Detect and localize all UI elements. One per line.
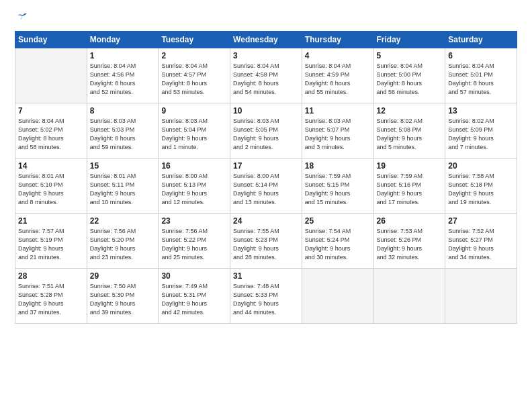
calendar-cell: 3Sunrise: 8:04 AMSunset: 4:58 PMDaylight…: [230, 48, 302, 103]
day-info: Sunrise: 8:03 AMSunset: 5:03 PMDaylight:…: [90, 117, 156, 152]
day-number: 31: [233, 271, 299, 281]
calendar-cell: 27Sunrise: 7:52 AMSunset: 5:27 PMDayligh…: [445, 214, 517, 269]
day-number: 12: [377, 106, 443, 116]
header: [15, 12, 517, 24]
day-info: Sunrise: 8:02 AMSunset: 5:08 PMDaylight:…: [377, 117, 443, 152]
calendar-cell: 7Sunrise: 8:04 AMSunset: 5:02 PMDaylight…: [15, 103, 87, 158]
day-number: 15: [90, 161, 156, 171]
day-info: Sunrise: 7:51 AMSunset: 5:28 PMDaylight:…: [18, 282, 84, 317]
day-number: 13: [448, 106, 514, 116]
day-info: Sunrise: 8:04 AMSunset: 5:02 PMDaylight:…: [18, 117, 84, 152]
calendar-cell: 16Sunrise: 8:00 AMSunset: 5:13 PMDayligh…: [159, 158, 230, 214]
calendar-cell: 22Sunrise: 7:56 AMSunset: 5:20 PMDayligh…: [87, 214, 159, 269]
calendar-cell: 4Sunrise: 8:04 AMSunset: 4:59 PMDaylight…: [302, 48, 373, 103]
calendar-cell: [302, 269, 373, 324]
weekday-header-row: SundayMondayTuesdayWednesdayThursdayFrid…: [15, 32, 517, 48]
day-number: 25: [305, 216, 371, 226]
calendar-cell: 21Sunrise: 7:57 AMSunset: 5:19 PMDayligh…: [15, 214, 87, 269]
day-info: Sunrise: 7:54 AMSunset: 5:24 PMDaylight:…: [305, 227, 371, 262]
day-info: Sunrise: 8:04 AMSunset: 4:58 PMDaylight:…: [233, 62, 299, 97]
calendar-cell: 8Sunrise: 8:03 AMSunset: 5:03 PMDaylight…: [87, 103, 159, 158]
day-info: Sunrise: 7:48 AMSunset: 5:33 PMDaylight:…: [233, 282, 299, 317]
day-number: 7: [18, 106, 84, 116]
day-number: 30: [161, 271, 227, 281]
day-number: 20: [448, 161, 514, 171]
calendar-cell: [445, 269, 517, 324]
logo: [15, 12, 28, 24]
day-info: Sunrise: 7:53 AMSunset: 5:26 PMDaylight:…: [377, 227, 443, 262]
logo-bird-icon: [16, 12, 28, 24]
day-info: Sunrise: 7:58 AMSunset: 5:18 PMDaylight:…: [448, 172, 514, 207]
calendar-cell: 24Sunrise: 7:55 AMSunset: 5:23 PMDayligh…: [230, 214, 302, 269]
day-info: Sunrise: 8:00 AMSunset: 5:14 PMDaylight:…: [233, 172, 299, 207]
day-number: 17: [233, 161, 299, 171]
day-number: 4: [305, 51, 371, 60]
calendar-cell: 13Sunrise: 8:02 AMSunset: 5:09 PMDayligh…: [445, 103, 517, 158]
weekday-header-saturday: Saturday: [445, 32, 517, 48]
calendar-cell: 11Sunrise: 8:03 AMSunset: 5:07 PMDayligh…: [302, 103, 373, 158]
day-number: 24: [233, 216, 299, 226]
day-info: Sunrise: 8:04 AMSunset: 5:00 PMDaylight:…: [377, 62, 443, 97]
day-info: Sunrise: 8:04 AMSunset: 4:59 PMDaylight:…: [305, 62, 371, 97]
calendar-cell: 5Sunrise: 8:04 AMSunset: 5:00 PMDaylight…: [373, 48, 445, 103]
day-info: Sunrise: 8:04 AMSunset: 5:01 PMDaylight:…: [448, 62, 514, 97]
day-number: 27: [448, 216, 514, 226]
day-number: 3: [233, 51, 299, 60]
calendar-cell: [15, 48, 87, 103]
page: SundayMondayTuesdayWednesdayThursdayFrid…: [0, 0, 532, 411]
day-number: 11: [305, 106, 371, 116]
calendar-cell: 10Sunrise: 8:03 AMSunset: 5:05 PMDayligh…: [230, 103, 302, 158]
day-number: 19: [377, 161, 443, 171]
calendar-cell: 31Sunrise: 7:48 AMSunset: 5:33 PMDayligh…: [230, 269, 302, 324]
week-row-5: 28Sunrise: 7:51 AMSunset: 5:28 PMDayligh…: [15, 269, 517, 324]
day-info: Sunrise: 7:59 AMSunset: 5:15 PMDaylight:…: [305, 172, 371, 207]
calendar-cell: [373, 269, 445, 324]
day-info: Sunrise: 8:03 AMSunset: 5:04 PMDaylight:…: [161, 117, 227, 152]
day-info: Sunrise: 8:04 AMSunset: 4:56 PMDaylight:…: [90, 62, 156, 97]
day-number: 18: [305, 161, 371, 171]
weekday-header-sunday: Sunday: [15, 32, 87, 48]
day-number: 22: [90, 216, 156, 226]
day-info: Sunrise: 7:56 AMSunset: 5:22 PMDaylight:…: [161, 227, 227, 262]
week-row-4: 21Sunrise: 7:57 AMSunset: 5:19 PMDayligh…: [15, 214, 517, 269]
weekday-header-thursday: Thursday: [302, 32, 373, 48]
calendar-cell: 19Sunrise: 7:59 AMSunset: 5:16 PMDayligh…: [373, 158, 445, 214]
day-number: 10: [233, 106, 299, 116]
calendar-cell: 26Sunrise: 7:53 AMSunset: 5:26 PMDayligh…: [373, 214, 445, 269]
day-number: 1: [90, 51, 156, 60]
week-row-1: 1Sunrise: 8:04 AMSunset: 4:56 PMDaylight…: [15, 48, 517, 103]
day-info: Sunrise: 7:56 AMSunset: 5:20 PMDaylight:…: [90, 227, 156, 262]
day-number: 8: [90, 106, 156, 116]
calendar-cell: 14Sunrise: 8:01 AMSunset: 5:10 PMDayligh…: [15, 158, 87, 214]
calendar-cell: 30Sunrise: 7:49 AMSunset: 5:31 PMDayligh…: [159, 269, 230, 324]
day-info: Sunrise: 8:00 AMSunset: 5:13 PMDaylight:…: [161, 172, 227, 207]
weekday-header-tuesday: Tuesday: [159, 32, 230, 48]
weekday-header-friday: Friday: [373, 32, 445, 48]
calendar-cell: 9Sunrise: 8:03 AMSunset: 5:04 PMDaylight…: [159, 103, 230, 158]
calendar-cell: 15Sunrise: 8:01 AMSunset: 5:11 PMDayligh…: [87, 158, 159, 214]
day-number: 2: [161, 51, 227, 60]
day-number: 23: [161, 216, 227, 226]
day-number: 29: [90, 271, 156, 281]
day-info: Sunrise: 8:01 AMSunset: 5:10 PMDaylight:…: [18, 172, 84, 207]
calendar-cell: 1Sunrise: 8:04 AMSunset: 4:56 PMDaylight…: [87, 48, 159, 103]
calendar-cell: 25Sunrise: 7:54 AMSunset: 5:24 PMDayligh…: [302, 214, 373, 269]
weekday-header-monday: Monday: [87, 32, 159, 48]
day-info: Sunrise: 7:52 AMSunset: 5:27 PMDaylight:…: [448, 227, 514, 262]
day-number: 21: [18, 216, 84, 226]
day-info: Sunrise: 8:03 AMSunset: 5:07 PMDaylight:…: [305, 117, 371, 152]
day-info: Sunrise: 7:57 AMSunset: 5:19 PMDaylight:…: [18, 227, 84, 262]
calendar-cell: 23Sunrise: 7:56 AMSunset: 5:22 PMDayligh…: [159, 214, 230, 269]
day-number: 26: [377, 216, 443, 226]
day-number: 5: [377, 51, 443, 60]
day-info: Sunrise: 7:49 AMSunset: 5:31 PMDaylight:…: [161, 282, 227, 317]
day-info: Sunrise: 7:50 AMSunset: 5:30 PMDaylight:…: [90, 282, 156, 317]
day-number: 14: [18, 161, 84, 171]
calendar-cell: 18Sunrise: 7:59 AMSunset: 5:15 PMDayligh…: [302, 158, 373, 214]
day-info: Sunrise: 8:01 AMSunset: 5:11 PMDaylight:…: [90, 172, 156, 207]
day-info: Sunrise: 8:04 AMSunset: 4:57 PMDaylight:…: [161, 62, 227, 97]
calendar-cell: 20Sunrise: 7:58 AMSunset: 5:18 PMDayligh…: [445, 158, 517, 214]
day-info: Sunrise: 8:03 AMSunset: 5:05 PMDaylight:…: [233, 117, 299, 152]
day-number: 9: [161, 106, 227, 116]
day-number: 6: [448, 51, 514, 60]
